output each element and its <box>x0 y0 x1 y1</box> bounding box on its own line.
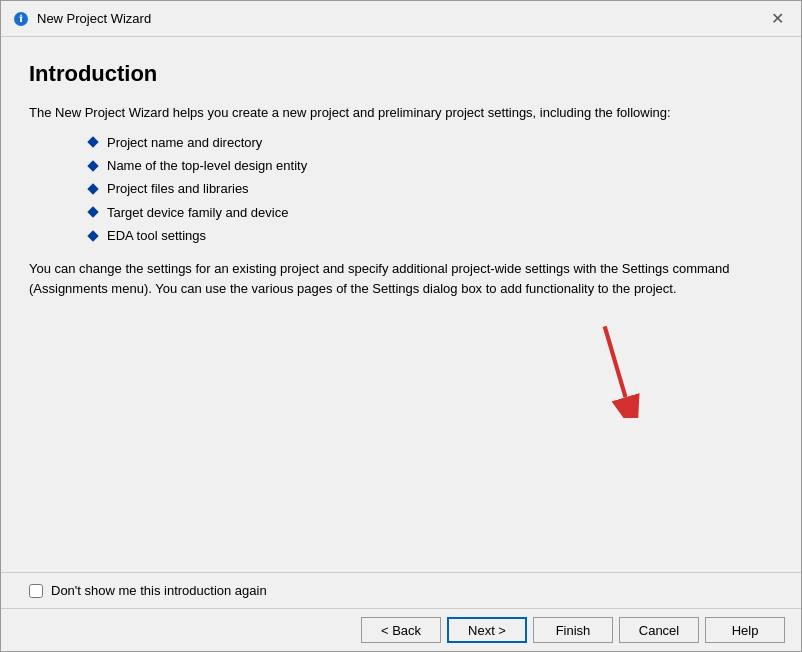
additional-paragraph: You can change the settings for an exist… <box>29 259 773 298</box>
checkbox-area: Don't show me this introduction again <box>1 572 801 608</box>
list-item-label: Project name and directory <box>107 131 262 154</box>
content-area: Introduction The New Project Wizard help… <box>1 37 801 572</box>
feature-list: Project name and directory Name of the t… <box>89 131 773 248</box>
close-button[interactable]: ✕ <box>765 7 789 31</box>
svg-rect-2 <box>20 17 22 22</box>
list-item: Name of the top-level design entity <box>89 154 773 177</box>
list-item: EDA tool settings <box>89 224 773 247</box>
list-item: Target device family and device <box>89 201 773 224</box>
list-item-label: EDA tool settings <box>107 224 206 247</box>
wizard-window: New Project Wizard ✕ Introduction The Ne… <box>0 0 802 652</box>
intro-paragraph: The New Project Wizard helps you create … <box>29 103 773 123</box>
page-heading: Introduction <box>29 61 773 87</box>
next-button[interactable]: Next > <box>447 617 527 643</box>
dont-show-label[interactable]: Don't show me this introduction again <box>51 583 267 598</box>
help-button[interactable]: Help <box>705 617 785 643</box>
dont-show-checkbox[interactable] <box>29 584 43 598</box>
bullet-icon <box>87 230 98 241</box>
wizard-icon <box>13 11 29 27</box>
red-arrow-indicator <box>29 318 773 418</box>
arrow-icon <box>573 318 653 418</box>
bullet-icon <box>87 137 98 148</box>
finish-button[interactable]: Finish <box>533 617 613 643</box>
list-item-label: Target device family and device <box>107 201 288 224</box>
bullet-icon <box>87 160 98 171</box>
back-button[interactable]: < Back <box>361 617 441 643</box>
title-bar: New Project Wizard ✕ <box>1 1 801 37</box>
list-item-label: Project files and libraries <box>107 177 249 200</box>
button-bar: < Back Next > Finish Cancel Help <box>1 608 801 651</box>
list-item-label: Name of the top-level design entity <box>107 154 307 177</box>
list-item: Project name and directory <box>89 131 773 154</box>
bullet-icon <box>87 183 98 194</box>
window-title: New Project Wizard <box>37 11 765 26</box>
list-item: Project files and libraries <box>89 177 773 200</box>
bottom-bar: Don't show me this introduction again < … <box>1 572 801 651</box>
svg-line-4 <box>605 327 626 398</box>
bullet-icon <box>87 207 98 218</box>
cancel-button[interactable]: Cancel <box>619 617 699 643</box>
